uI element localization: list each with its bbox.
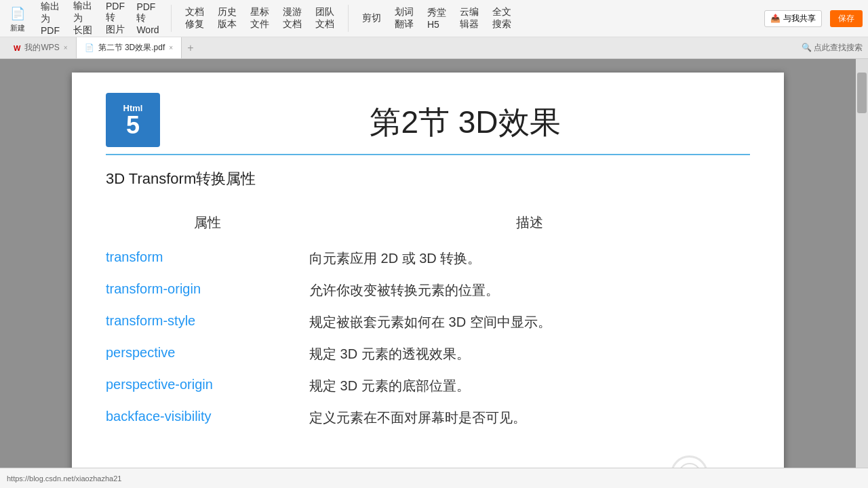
toolbar-h5-btn[interactable]: 秀堂H5 bbox=[425, 7, 449, 29]
pdf2img-icon: PDF转图片 bbox=[106, 9, 125, 28]
prop-name[interactable]: perspective bbox=[106, 345, 175, 360]
col-header-property: 属性 bbox=[106, 209, 309, 243]
toolbar-divider-2 bbox=[348, 5, 349, 32]
watermark: 千 千锋教育™ bbox=[671, 455, 757, 468]
main-area: Html 5 第2节 3D效果 3D Transform转换属性 属性 描述 t… bbox=[0, 59, 868, 468]
prop-desc: 规定 3D 元素的透视效果。 bbox=[309, 346, 470, 361]
toolbar-divider-1 bbox=[171, 5, 172, 32]
toolbar: 📄 新建 输出为PDF 输出为长图 PDF转图片 PDF转Word 文档修复 历… bbox=[0, 0, 868, 37]
h5-icon: 秀堂H5 bbox=[427, 9, 446, 28]
team-icon: 团队文档 bbox=[315, 9, 334, 28]
page-title: 第2节 3D效果 bbox=[180, 102, 750, 147]
table-row: transform-origin 允许你改变被转换元素的位置。 bbox=[106, 274, 750, 306]
toolbar-team-btn[interactable]: 团队文档 bbox=[313, 7, 337, 29]
svg-point-0 bbox=[679, 464, 701, 468]
property-table: 属性 描述 transform 向元素应用 2D 或 3D 转换。 transf… bbox=[106, 209, 750, 434]
toolbar-pdf2word-btn[interactable]: PDF转Word bbox=[136, 7, 160, 29]
topdf-icon: 输出为PDF bbox=[41, 9, 60, 28]
prop-desc: 允许你改变被转换元素的位置。 bbox=[309, 283, 499, 298]
scrollbar-thumb[interactable] bbox=[857, 73, 867, 113]
toolbar-pdf2img-btn[interactable]: PDF转图片 bbox=[103, 7, 127, 29]
page-header: Html 5 第2节 3D效果 bbox=[106, 93, 750, 155]
tab-pdf[interactable]: 📄 第二节 3D效果.pdf × bbox=[77, 37, 182, 58]
status-bar: https://blog.csdn.net/xiaozhazha21 bbox=[0, 468, 868, 488]
prop-desc: 规定 3D 元素的底部位置。 bbox=[309, 378, 470, 393]
tab-wps-close[interactable]: × bbox=[64, 44, 68, 52]
toolbar-docedit-btn[interactable]: 文档修复 bbox=[182, 7, 207, 29]
cut-icon: 剪切 bbox=[362, 9, 381, 28]
col-header-desc: 描述 bbox=[309, 209, 750, 243]
toolbar-new-btn[interactable]: 📄 新建 bbox=[5, 3, 30, 35]
prop-desc: 向元素应用 2D 或 3D 转换。 bbox=[309, 251, 481, 266]
topng-icon: 输出为长图 bbox=[73, 9, 92, 28]
prop-name[interactable]: backface-visibility bbox=[106, 409, 212, 424]
toolbar-topdf-btn[interactable]: 输出为PDF bbox=[38, 7, 62, 29]
toolbar-translate-btn[interactable]: 划词翻译 bbox=[392, 7, 416, 29]
table-row: backface-visibility 定义元素在不面对屏幕时是否可见。 bbox=[106, 402, 750, 434]
table-row: perspective-origin 规定 3D 元素的底部位置。 bbox=[106, 370, 750, 402]
share-button[interactable]: 📤 与我共享 bbox=[764, 10, 822, 27]
bookmark-icon: 星标文件 bbox=[250, 9, 269, 28]
prop-desc: 定义元素在不面对屏幕时是否可见。 bbox=[309, 410, 526, 425]
save-button[interactable]: 保存 bbox=[830, 10, 863, 27]
tab-add-button[interactable]: + bbox=[182, 37, 199, 58]
history-icon: 历史版本 bbox=[218, 9, 237, 28]
wps-icon: W bbox=[14, 44, 20, 52]
new-icon: 📄 bbox=[8, 4, 27, 23]
translate-icon: 划词翻译 bbox=[395, 9, 414, 28]
pdf2word-icon: PDF转Word bbox=[138, 9, 157, 28]
share-label: 与我共享 bbox=[783, 13, 816, 24]
watermark-circle: 千 bbox=[671, 455, 708, 468]
toolbar-history-btn[interactable]: 历史版本 bbox=[215, 7, 239, 29]
prop-name[interactable]: transform bbox=[106, 249, 163, 264]
tab-wps-label: 我的WPS bbox=[24, 42, 59, 54]
pdf-page: Html 5 第2节 3D效果 3D Transform转换属性 属性 描述 t… bbox=[72, 73, 784, 468]
pdf-area: Html 5 第2节 3D效果 3D Transform转换属性 属性 描述 t… bbox=[0, 59, 856, 468]
tab-pdf-close[interactable]: × bbox=[169, 44, 173, 52]
scrollbar-panel bbox=[856, 59, 868, 468]
toolbar-bookmark-btn[interactable]: 星标文件 bbox=[248, 7, 272, 29]
tab-pdf-label: 第二节 3D效果.pdf bbox=[98, 42, 165, 54]
watermark-logo-icon: 千 bbox=[676, 461, 703, 468]
toolbar-cut-btn[interactable]: 剪切 bbox=[359, 7, 384, 29]
prop-name[interactable]: transform-origin bbox=[106, 281, 201, 296]
table-row: perspective 规定 3D 元素的透视效果。 bbox=[106, 338, 750, 370]
cloud-icon: 漫游文档 bbox=[283, 9, 302, 28]
table-row: transform 向元素应用 2D 或 3D 转换。 bbox=[106, 243, 750, 274]
section-title: 3D Transform转换属性 bbox=[106, 169, 750, 189]
table-row: transform-style 规定被嵌套元素如何在 3D 空间中显示。 bbox=[106, 306, 750, 338]
tab-bar-search[interactable]: 🔍 点此查找搜索 bbox=[802, 42, 863, 54]
fullsearch-icon: 全文搜索 bbox=[492, 9, 511, 28]
toolbar-fullsearch-btn[interactable]: 全文搜索 bbox=[490, 7, 514, 29]
prop-name[interactable]: transform-style bbox=[106, 313, 195, 328]
toolbar-cloud-btn[interactable]: 漫游文档 bbox=[280, 7, 304, 29]
share-icon: 📤 bbox=[770, 14, 781, 23]
toolbar-new-label: 新建 bbox=[10, 23, 25, 33]
html5-badge: Html 5 bbox=[106, 93, 160, 147]
yunpian-icon: 云编辑器 bbox=[460, 9, 479, 28]
tab-wps[interactable]: W 我的WPS × bbox=[5, 37, 77, 58]
html5-number: 5 bbox=[126, 113, 140, 138]
pdf-icon: 📄 bbox=[85, 43, 94, 52]
status-url: https://blog.csdn.net/xiaozhazha21 bbox=[7, 474, 121, 483]
tab-bar: W 我的WPS × 📄 第二节 3D效果.pdf × + 🔍 点此查找搜索 bbox=[0, 37, 868, 59]
docedit-icon: 文档修复 bbox=[185, 9, 204, 28]
tab-bar-right: 🔍 点此查找搜索 bbox=[802, 37, 868, 58]
toolbar-yunpian-btn[interactable]: 云编辑器 bbox=[457, 7, 481, 29]
prop-desc: 规定被嵌套元素如何在 3D 空间中显示。 bbox=[309, 314, 551, 329]
prop-name[interactable]: perspective-origin bbox=[106, 377, 213, 392]
toolbar-topng-btn[interactable]: 输出为长图 bbox=[71, 7, 95, 29]
